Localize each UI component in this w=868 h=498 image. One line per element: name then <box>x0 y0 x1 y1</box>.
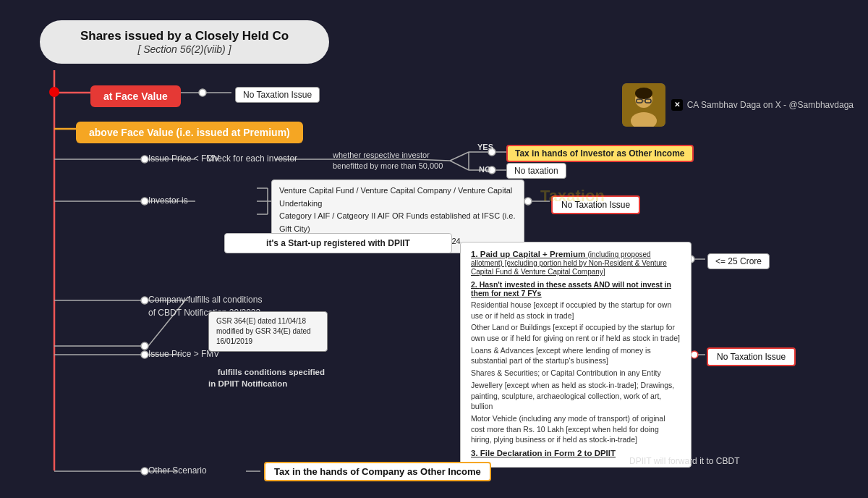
fulfills-dpiit-label: fulfills conditions specifiedin DPIIT No… <box>208 355 325 401</box>
whether-text-label: whether respective investor benefitted b… <box>333 150 443 172</box>
entry-dot <box>49 87 59 97</box>
cat-aif-text: Category I AIF / Catgeory II AIF OR Fund… <box>279 210 516 235</box>
svg-point-3 <box>199 89 206 96</box>
motor-text: Motor Vehicle (including any mode of tra… <box>471 413 681 445</box>
author-section: ✕ CA Sambhav Daga on X - @Sambhavdaga <box>622 83 854 127</box>
author-name: CA Sambhav Daga on X - @Sambhavdaga <box>687 100 854 110</box>
svg-point-53 <box>635 88 652 99</box>
no-label: NO <box>479 165 491 174</box>
investor-is-label: Investor is <box>148 195 188 206</box>
hasnt-invested-title: 2. Hasn't invested in these assets AND w… <box>471 280 681 297</box>
dpiit-forward-text: DPIIT will forward it to CBDT <box>629 456 739 466</box>
no-tax-badge-1: No Taxation Issue <box>235 87 320 103</box>
other-land-text: Other Land or Buildings [except if occup… <box>471 322 681 343</box>
author-info: ✕ CA Sambhav Daga on X - @Sambhavdaga <box>671 99 854 111</box>
tax-company-badge: Tax in the hands of Company as Other Inc… <box>264 462 491 481</box>
x-icon: ✕ <box>671 99 683 111</box>
author-avatar <box>622 83 665 127</box>
svg-point-7 <box>141 156 148 163</box>
residential-text: Residential house [except if occupied by… <box>471 300 681 321</box>
crore-badge: <= 25 Crore <box>707 253 770 269</box>
shares-sec-text: Shares & Securities; or Capital Contribu… <box>471 368 681 379</box>
svg-line-18 <box>450 152 469 161</box>
svg-point-40 <box>691 351 698 358</box>
svg-point-47 <box>141 468 148 475</box>
title-box: Shares issued by a Closely Held Co [ Sec… <box>40 20 329 64</box>
title-sub: [ Section 56(2)(viib) ] <box>61 43 307 55</box>
svg-point-22 <box>141 198 148 205</box>
no-tax-badge-2: No Taxation Issue <box>551 195 640 214</box>
title-main: Shares issued by a Closely Held Co <box>61 29 307 43</box>
svg-point-32 <box>141 342 148 350</box>
svg-point-35 <box>141 297 148 304</box>
vc-fund-text: Venture Capital Fund / Venture Capital C… <box>279 185 516 210</box>
no-tax-badge-3: No Taxation Issue <box>707 347 796 366</box>
no-taxation-badge: No taxation <box>506 163 566 179</box>
svg-point-29 <box>524 198 532 205</box>
paid-up-title: 1. Paid up Capital + Premium (including … <box>471 250 681 276</box>
svg-line-19 <box>450 161 469 170</box>
tax-investor-badge: Tax in hands of Investor as Other Income <box>506 145 694 162</box>
face-value-button[interactable]: at Face Value <box>90 85 181 107</box>
diagram-container: Shares issued by a Closely Held Co [ Sec… <box>0 0 868 498</box>
yes-label: YES <box>477 143 493 151</box>
gsr-box: GSR 364(E) dated 11/04/18 modified by GS… <box>208 311 328 352</box>
loans-text: Loans & Advances [except where lending o… <box>471 345 681 366</box>
startup-box: it's a Start-up registered with DPIIT <box>224 233 452 253</box>
jewellery-text: Jewellery [except when as held as stock-… <box>471 380 681 412</box>
startup-conditions-box: 1. Paid up Capital + Premium (including … <box>460 242 692 468</box>
other-scenario-label: Other Scenario <box>148 465 207 476</box>
above-face-value-button[interactable]: above Face Value (i.e. issued at Premium… <box>76 122 303 143</box>
check-investor-label: Check for each investor <box>206 153 297 164</box>
startup-label: it's a Start-up registered with DPIIT <box>266 238 410 248</box>
svg-point-38 <box>141 351 148 358</box>
